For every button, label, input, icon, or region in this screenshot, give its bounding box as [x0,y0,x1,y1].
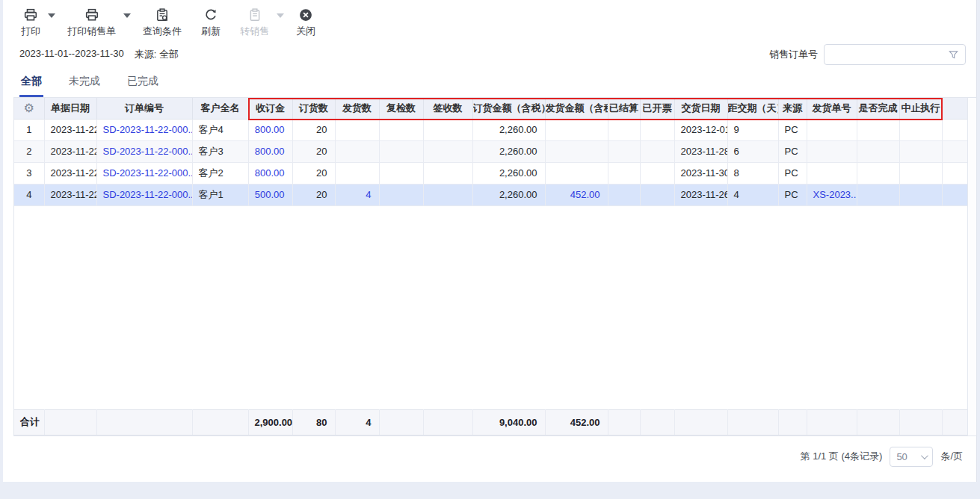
table-row[interactable]: 22023-11-22SD-2023-11-22-000...客户3800.00… [14,140,968,162]
page-size-select[interactable]: 50 [890,447,933,467]
date-range-text: 2023-11-01--2023-11-30 [19,48,124,61]
column-header-2[interactable]: 客户全名 [192,98,248,119]
funnel-filter-icon[interactable] [948,49,959,61]
total-order-qty: 80 [292,409,335,435]
source-filter-text: 来源: 全部 [135,48,179,61]
print-sales-order-label: 打印销售单 [67,26,116,36]
printer-icon [85,7,99,22]
column-header-3[interactable]: 收订金 [248,98,292,119]
total-order-amount: 9,040.00 [472,409,545,435]
total-ship-qty: 4 [335,409,379,435]
print-button[interactable]: 打印 [21,7,40,36]
transfer-dropdown-caret-icon [277,13,284,18]
close-circle-icon [299,7,312,22]
column-header-6[interactable]: 复检数 [379,98,423,119]
tab-all[interactable]: 全部 [19,75,43,97]
total-deposit: 2,900.00 [248,409,292,435]
clipboard-icon [248,7,262,22]
query-conditions-button[interactable]: 查询条件 [143,7,182,36]
close-label: 关闭 [296,26,315,36]
column-header-5[interactable]: 发货数 [335,98,379,119]
column-header-8[interactable]: 订货金额（含税） [472,98,545,119]
total-row: 合计 2,900.00 80 4 9,040.00 452.00 [14,409,968,435]
total-label: 合计 [14,409,44,435]
table-row[interactable]: 12023-11-22SD-2023-11-22-000...客户4800.00… [14,119,968,140]
vertical-scrollbar[interactable] [967,98,976,436]
print-sales-order-button[interactable]: 打印销售单 [67,7,116,36]
column-header-0[interactable]: 单据日期 [44,98,96,119]
sales-order-no-label: 销售订单号 [769,48,818,61]
totals-table: 合计 2,900.00 80 4 9,040.00 452.00 [14,409,969,436]
total-ship-amount: 452.00 [545,409,608,435]
refresh-button[interactable]: 刷新 [201,7,221,36]
table-row[interactable]: 42023-11-22SD-2023-11-22-000...客户1500.00… [14,184,968,205]
column-settings-header[interactable]: ⚙ [14,98,44,119]
column-header-10[interactable]: 已结算 [608,98,640,119]
transfer-to-sales-button: 转销售 [240,7,269,36]
page-info-text: 第 1/1 页 (4条记录) [801,450,883,463]
table-row[interactable]: 32023-11-22SD-2023-11-22-000...客户2800.00… [14,162,968,184]
toolbar: 打印 打印销售单 查询条件 [3,0,976,39]
sales-order-window: 打印 打印销售单 查询条件 [3,0,977,482]
filter-row: 2023-11-01--2023-11-30 来源: 全部 销售订单号 [3,39,976,64]
table-header-row: ⚙ 单据日期订单编号客户全名收订金订货数发货数复检数签收数订货金额（含税）发货金… [14,98,968,119]
query-conditions-label: 查询条件 [143,26,182,36]
gear-icon[interactable]: ⚙ [24,102,34,114]
status-tabs: 全部 未完成 已完成 [3,64,976,97]
column-header-9[interactable]: 发货金额（含税 [545,98,608,119]
printer-icon [24,7,37,22]
print-dropdown-caret-icon[interactable] [48,13,55,18]
orders-grid-area: ⚙ 单据日期订单编号客户全名收订金订货数发货数复检数签收数订货金额（含税）发货金… [13,97,977,436]
column-header-filler [942,98,968,119]
column-header-16[interactable]: 是否完成 [857,98,899,119]
print-sales-order-dropdown-caret-icon[interactable] [123,13,131,18]
column-header-1[interactable]: 订单编号 [96,98,192,119]
tab-finished[interactable]: 已完成 [126,75,160,97]
column-header-7[interactable]: 签收数 [423,98,472,119]
sales-order-no-field [824,44,966,65]
column-header-4[interactable]: 订货数 [292,98,335,119]
column-header-11[interactable]: 已开票 [640,98,674,119]
column-header-14[interactable]: 来源 [778,98,807,119]
page-size-unit-label: 条/页 [940,450,963,463]
grid-empty-space [14,206,976,409]
transfer-to-sales-label: 转销售 [240,26,269,36]
page-size-value: 50 [896,451,907,462]
tab-unfinished[interactable]: 未完成 [67,75,102,97]
column-header-12[interactable]: 交货日期 [674,98,727,119]
sales-order-no-input[interactable] [830,49,948,61]
refresh-icon [204,7,218,22]
close-button[interactable]: 关闭 [296,7,315,36]
column-header-15[interactable]: 发货单号 [807,98,857,119]
column-header-13[interactable]: 距交期（天） [727,98,778,119]
orders-table: ⚙ 单据日期订单编号客户全名收订金订货数发货数复检数签收数订货金额（含税）发货金… [14,98,969,206]
clipboard-search-icon [155,7,169,22]
refresh-label: 刷新 [201,26,221,36]
print-label: 打印 [21,26,40,36]
chevron-down-icon [921,452,928,459]
pagination-bar: 第 1/1 页 (4条记录) 50 条/页 [3,436,976,467]
column-header-17[interactable]: 中止执行 [899,98,942,119]
